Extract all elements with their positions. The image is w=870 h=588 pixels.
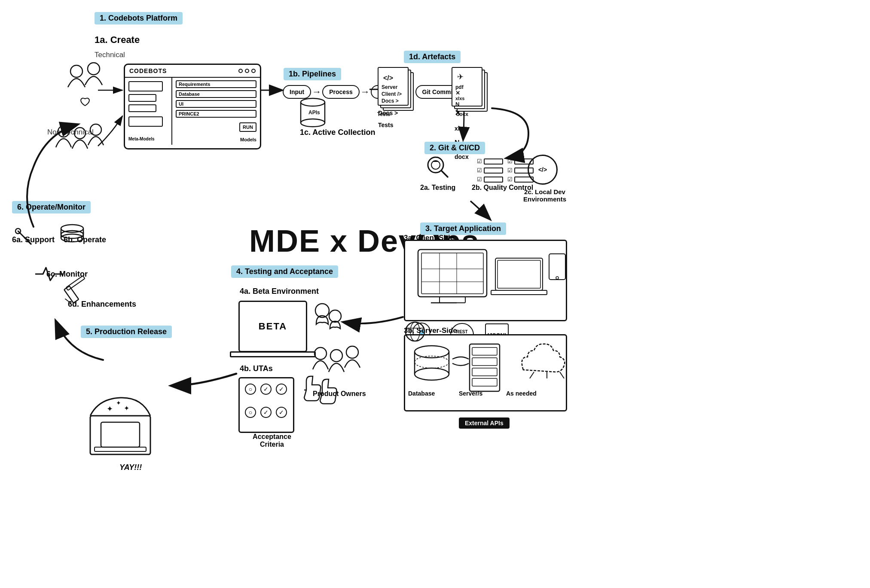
check5: ✓ [260, 407, 272, 418]
codebots-platform-box: CODEBOTS Meta-Models Requirements Databa… [124, 64, 261, 149]
stage-input: Input [283, 85, 311, 99]
qc-col1: ☑ ☑ ☑ [477, 158, 503, 183]
magnify-icon [424, 154, 450, 180]
beta-laptop-base [230, 351, 316, 357]
section2a-label: 2a. Testing [420, 184, 455, 192]
svg-rect-13 [498, 260, 540, 288]
section6a-label: 6a. Support [12, 235, 55, 244]
section6-badge: 6. Operate/Monitor [12, 201, 91, 213]
qc-item3: ☑ [477, 176, 503, 183]
section3a-box [404, 240, 567, 321]
meta-model-block3 [128, 104, 156, 112]
codebots-title-text: CODEBOTS [129, 67, 167, 74]
svg-line-29 [530, 372, 534, 378]
models-label: Models [240, 137, 256, 142]
svg-point-85 [315, 304, 329, 317]
menu-requirements: Requirements [176, 80, 256, 88]
section4a-label: 4a. Beta Environment [240, 287, 319, 296]
metamodels-label: Meta-Models [128, 137, 155, 141]
svg-point-35 [88, 63, 100, 75]
svg-rect-7 [421, 253, 483, 294]
acceptance-checklist: ○ ✓ ✓ ○ ✓ ✓ [238, 377, 294, 433]
section2c-label: 2c. Local Dev Environments [523, 188, 566, 203]
run-button[interactable]: RUN [239, 122, 256, 132]
section3b-label: 3b. Server-Side [404, 326, 457, 335]
svg-rect-25 [472, 347, 497, 355]
svg-text:✦: ✦ [107, 405, 113, 413]
file-labels-stack: </> Server Client >/ Docs > Tests [378, 71, 402, 131]
meta-model-block2 [128, 94, 156, 102]
svg-line-31 [560, 372, 564, 378]
codebots-left-panel: Meta-Models [125, 78, 172, 145]
svg-point-39 [301, 98, 325, 106]
yay-label: YAY!!! [119, 463, 142, 472]
check4: ○ [245, 407, 256, 418]
section1b-badge: 1b. Pipelines [284, 68, 341, 80]
section1-badge: 1. Codebots Platform [95, 12, 183, 24]
section1d-badge: 1d. Artefacts [404, 51, 461, 63]
svg-rect-14 [491, 290, 547, 295]
footer-labels: Meta-Models [128, 135, 168, 141]
section6b-label: 6b. Operate [64, 235, 106, 244]
svg-rect-24 [470, 344, 500, 391]
beta-laptop: BETA [238, 301, 307, 352]
svg-rect-26 [472, 358, 497, 366]
codebots-titlebar: CODEBOTS [125, 65, 260, 78]
menu-database: Database [176, 90, 256, 98]
check2: ✓ [260, 384, 272, 395]
section1c-label: 1c. Active Collection [300, 128, 375, 137]
check6: ✓ [276, 407, 287, 418]
codebots-right-panel: Requirements Database UI PRINCE2 RUN Mod… [172, 78, 260, 145]
svg-rect-5 [440, 297, 465, 303]
section3-badge: 3. Target Application [420, 222, 506, 235]
qc-item1: ☑ [477, 158, 503, 165]
section3b-box [404, 334, 567, 411]
svg-text:✦: ✦ [124, 405, 129, 412]
svg-rect-83 [101, 422, 140, 447]
meta-model-block4 [128, 116, 163, 127]
ext-api-badge: External APIs [459, 417, 510, 429]
check3: ✓ [276, 384, 287, 395]
technical-label: Technical [95, 51, 125, 59]
codebots-dots [238, 69, 256, 73]
svg-rect-84 [95, 447, 146, 451]
svg-line-2 [442, 171, 448, 177]
svg-point-0 [428, 157, 443, 173]
stage-process: Process [322, 85, 359, 99]
qc-item2: ☑ [477, 167, 503, 174]
svg-text:✦: ✦ [116, 399, 121, 406]
svg-rect-4 [418, 250, 487, 297]
svg-point-16 [556, 277, 559, 279]
beta-text: BETA [259, 321, 287, 332]
svg-point-42 [301, 119, 325, 127]
arrow2: → [360, 86, 370, 97]
svg-point-62 [15, 228, 21, 234]
svg-point-74 [314, 347, 327, 360]
product-owners-label: Product Owners [313, 390, 366, 398]
local-dev-circle: </> [528, 155, 558, 185]
svg-rect-12 [495, 258, 543, 290]
svg-text:APIs: APIs [308, 110, 320, 116]
servers-label: Server/s [459, 390, 482, 397]
svg-point-86 [329, 310, 341, 322]
section2-badge: 2. Git & CI/CD [424, 142, 485, 154]
svg-rect-27 [472, 368, 497, 376]
dot3 [251, 69, 256, 73]
acceptance-label: Acceptance Criteria [240, 433, 304, 448]
svg-rect-28 [472, 378, 497, 386]
svg-point-76 [346, 346, 358, 358]
svg-point-64 [61, 225, 83, 232]
arrow3: → [405, 86, 415, 97]
section1a-label: 1a. Create [95, 34, 140, 46]
section6c-label: 6c. Monitor [46, 270, 88, 279]
nontechnical-label: Non-Technical [47, 128, 94, 137]
quality-control: ☑ ☑ ☑ ☑ ☑ ☑ [477, 158, 534, 183]
svg-rect-79 [90, 416, 150, 454]
section4-badge: 4. Testing and Acceptance [231, 265, 338, 278]
section4b-label: 4b. UTAs [240, 364, 273, 373]
db-label: Database [408, 390, 435, 397]
check1: ○ [245, 384, 256, 395]
section5-badge: 5. Production Release [81, 326, 172, 338]
section6d-label: 6d. Enhancements [68, 300, 136, 309]
codebots-body: Meta-Models Requirements Database UI PRI… [125, 78, 260, 145]
